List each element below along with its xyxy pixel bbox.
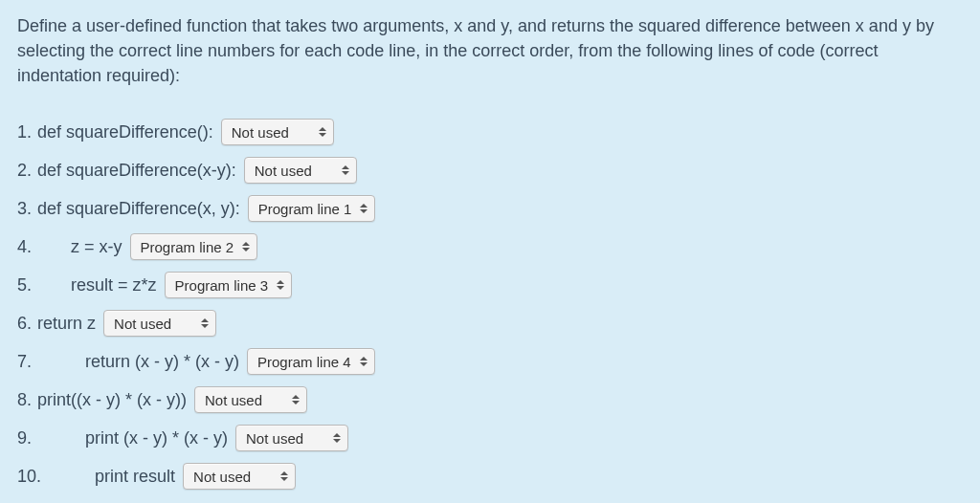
line-select[interactable]: Program line 3	[165, 272, 293, 298]
code-text: return z	[37, 314, 96, 334]
chevron-updown-icon	[359, 202, 368, 215]
row-number: 9.	[17, 428, 32, 448]
chevron-updown-icon	[359, 355, 368, 368]
row-number: 1.	[17, 122, 32, 142]
code-row: 1. def squareDifference(): Not used	[17, 119, 963, 145]
row-number: 8.	[17, 390, 32, 410]
chevron-updown-icon	[332, 431, 342, 445]
line-select[interactable]: Not used	[235, 425, 348, 451]
question-prompt: Define a user-defined function that take…	[17, 13, 963, 88]
line-select[interactable]: Program line 2	[130, 233, 258, 260]
chevron-updown-icon	[200, 317, 210, 330]
line-select[interactable]: Not used	[183, 463, 296, 490]
select-value: Program line 4	[257, 354, 351, 370]
code-row: 6. return z Not used	[17, 310, 963, 337]
row-number: 10.	[17, 467, 41, 487]
select-value: Not used	[246, 430, 303, 447]
code-row: 9. print (x - y) * (x - y) Not used	[17, 425, 963, 451]
row-number: 7.	[17, 352, 32, 372]
chevron-updown-icon	[318, 125, 327, 139]
code-text: def squareDifference(x-y):	[37, 161, 236, 181]
chevron-updown-icon	[291, 393, 301, 406]
chevron-updown-icon	[241, 240, 251, 253]
chevron-updown-icon	[276, 278, 285, 292]
code-row: 4. z = x-y Program line 2	[17, 233, 963, 260]
code-row: 2. def squareDifference(x-y): Not used	[17, 157, 963, 184]
code-text: def squareDifference(x, y):	[37, 199, 240, 219]
row-number: 3.	[17, 199, 32, 219]
row-number: 2.	[17, 161, 32, 181]
code-text: return (x - y) * (x - y)	[37, 352, 239, 372]
code-row: 10. print result Not used	[17, 463, 963, 490]
select-value: Program line 3	[175, 277, 269, 294]
row-number: 4.	[17, 237, 32, 257]
select-value: Not used	[255, 163, 312, 179]
chevron-updown-icon	[279, 470, 289, 483]
code-text: result = z*z	[37, 275, 157, 295]
line-select[interactable]: Not used	[194, 386, 307, 413]
row-number: 5.	[17, 275, 32, 295]
code-text: print (x - y) * (x - y)	[37, 428, 228, 448]
code-text: def squareDifference():	[37, 122, 213, 142]
select-value: Not used	[193, 469, 251, 485]
line-select[interactable]: Not used	[244, 157, 357, 184]
select-value: Program line 1	[258, 201, 352, 217]
code-text: print result	[47, 467, 175, 487]
code-row: 7. return (x - y) * (x - y) Program line…	[17, 348, 963, 375]
select-value: Not used	[232, 124, 289, 141]
row-number: 6.	[17, 314, 32, 334]
chevron-updown-icon	[341, 164, 350, 177]
line-select[interactable]: Not used	[221, 119, 334, 145]
code-row: 3. def squareDifference(x, y): Program l…	[17, 195, 963, 222]
select-value: Not used	[205, 392, 262, 408]
select-value: Not used	[114, 316, 171, 332]
code-text: z = x-y	[37, 237, 122, 257]
line-select[interactable]: Program line 4	[247, 348, 375, 375]
line-select[interactable]: Program line 1	[248, 195, 376, 222]
line-select[interactable]: Not used	[103, 310, 216, 337]
code-row: 5. result = z*z Program line 3	[17, 272, 963, 298]
code-text: print((x - y) * (x - y))	[37, 390, 187, 410]
select-value: Program line 2	[141, 239, 234, 255]
code-row: 8. print((x - y) * (x - y)) Not used	[17, 386, 963, 413]
